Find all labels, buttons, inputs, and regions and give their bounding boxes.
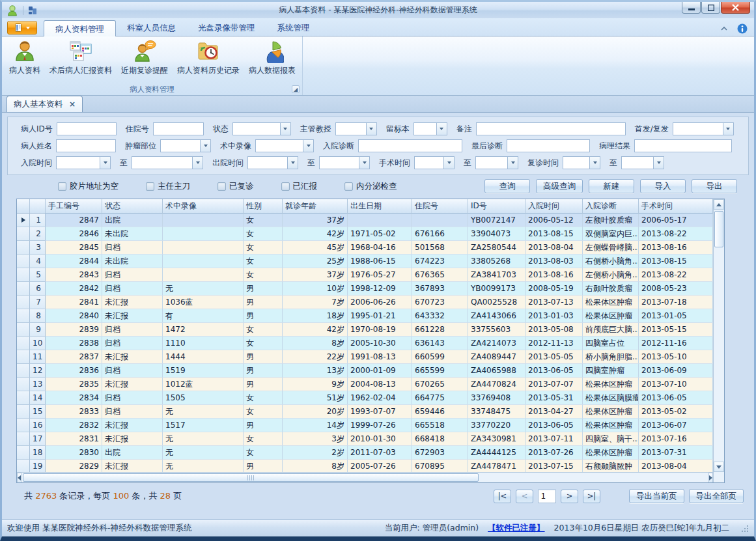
table-row[interactable]: 182830出院无女2岁2011-07-03672903ZA4444125201… xyxy=(17,446,713,460)
app-menu-button[interactable] xyxy=(7,21,37,35)
vertical-scrollbar[interactable] xyxy=(713,199,724,482)
discharge-date-from-combo[interactable] xyxy=(247,156,298,169)
chevron-down-icon[interactable] xyxy=(653,157,664,169)
chevron-down-icon[interactable] xyxy=(507,157,518,169)
remark-input[interactable] xyxy=(476,122,626,135)
ribbon-button-history-records[interactable]: 病人资料历史记录 xyxy=(173,38,244,83)
window-layout-icon[interactable] xyxy=(26,4,39,17)
close-button[interactable] xyxy=(721,2,750,14)
chevron-down-icon[interactable] xyxy=(436,123,447,135)
revisit-date-from-combo[interactable] xyxy=(563,156,600,169)
collapse-ribbon-icon[interactable] xyxy=(720,26,728,31)
tumor-site-combo[interactable] xyxy=(160,139,211,152)
ribbon-tab-2[interactable]: 科室人员信息 xyxy=(116,20,187,36)
admission-date-from-combo[interactable] xyxy=(56,156,111,169)
horizontal-scrollbar[interactable] xyxy=(17,472,713,482)
column-header[interactable]: 出生日期 xyxy=(348,199,412,214)
column-header[interactable]: 入院诊断 xyxy=(583,199,639,214)
tab-close-icon[interactable]: × xyxy=(69,100,76,108)
status-combo[interactable] xyxy=(232,122,291,135)
final-diagnosis-input[interactable] xyxy=(507,139,590,152)
prev-page-button[interactable]: < xyxy=(516,490,533,503)
resize-grip[interactable] xyxy=(741,525,749,533)
scroll-left-icon[interactable] xyxy=(17,473,21,482)
table-row[interactable]: 62842归档无男10岁1998-12-09367893YB0099173200… xyxy=(17,282,713,296)
admission-diagnosis-input[interactable] xyxy=(358,139,462,152)
chevron-down-icon[interactable] xyxy=(280,123,290,135)
table-row[interactable]: 132835未汇报1012蓝男9岁2004-08-13670265ZA44708… xyxy=(17,378,713,391)
vertical-scroll-thumb[interactable] xyxy=(714,211,723,247)
chevron-down-icon[interactable] xyxy=(100,157,110,169)
column-header[interactable]: 性别 xyxy=(244,199,283,214)
chevron-down-icon[interactable] xyxy=(192,157,203,169)
minimize-button[interactable] xyxy=(682,2,701,14)
last-page-button[interactable]: >| xyxy=(583,490,600,503)
table-row[interactable]: 72841未汇报1036蓝男7岁2006-06-26670723QA002552… xyxy=(17,296,713,309)
ribbon-tab-3[interactable]: 光盘录像带管理 xyxy=(187,20,266,36)
specimen-combo[interactable] xyxy=(413,122,447,135)
new-button[interactable]: 新建 xyxy=(589,179,634,193)
first-recurrence-combo[interactable] xyxy=(673,122,734,135)
scroll-down-icon[interactable] xyxy=(714,462,724,472)
document-tab-patient-basic-info[interactable]: 病人基本资料 × xyxy=(7,96,83,112)
chevron-down-icon[interactable] xyxy=(287,157,298,169)
chevron-down-icon[interactable] xyxy=(200,140,210,152)
ribbon-tab-4[interactable]: 系统管理 xyxy=(266,20,321,36)
advanced-query-button[interactable]: 高级查询 xyxy=(536,179,583,193)
next-page-button[interactable]: > xyxy=(561,490,578,503)
export-button[interactable]: 导出 xyxy=(692,179,737,193)
ribbon-tab-1[interactable]: 病人资料管理 xyxy=(44,20,116,36)
column-header[interactable]: 就诊年龄 xyxy=(283,199,348,214)
page-number-input[interactable] xyxy=(538,490,556,503)
checkbox-revisited[interactable]: 已复诊 xyxy=(217,181,254,192)
chevron-down-icon[interactable] xyxy=(589,157,600,169)
discharge-date-to-combo[interactable] xyxy=(319,156,370,169)
surgery-video-combo[interactable] xyxy=(255,139,314,152)
chevron-down-icon[interactable] xyxy=(359,157,369,169)
pathology-result-input[interactable] xyxy=(634,139,732,152)
checkbox-chief-surgeon[interactable]: 主任主刀 xyxy=(146,181,190,192)
vertical-scroll-track[interactable] xyxy=(714,249,724,462)
table-row[interactable]: 52843归档女37岁1976-05-27676365ZA38417032013… xyxy=(17,268,713,282)
column-header[interactable]: ID号 xyxy=(468,199,525,214)
scroll-up-icon[interactable] xyxy=(714,199,724,210)
table-row[interactable]: 172831未汇报无女3岁2010-01-30668418ZA343098120… xyxy=(17,432,713,446)
chevron-down-icon[interactable] xyxy=(723,123,733,135)
checkbox-reported[interactable]: 已汇报 xyxy=(281,181,318,192)
table-row[interactable]: 92839归档1472女42岁1970-08-19661228337556032… xyxy=(17,323,713,337)
column-header[interactable]: 住院号 xyxy=(412,199,468,214)
column-header[interactable]: 入院时间 xyxy=(525,199,583,214)
horizontal-scroll-track[interactable] xyxy=(480,473,708,482)
query-button[interactable]: 查询 xyxy=(484,179,530,193)
column-header[interactable] xyxy=(17,199,30,214)
table-row[interactable]: 12847出院女37岁YB00721472006-05-12左额叶胶质瘤2006… xyxy=(17,214,713,227)
ribbon-button-patient-data[interactable]: 病人资料 xyxy=(5,38,45,83)
table-row[interactable]: 32845归档女45岁1968-04-16501568ZA25805442013… xyxy=(17,241,713,255)
table-row[interactable]: 142834归档1505女51岁1962-02-0466477533769408… xyxy=(17,391,713,405)
patient-name-input[interactable] xyxy=(56,139,116,152)
column-header[interactable] xyxy=(30,199,46,214)
table-row[interactable]: 162832未汇报1517男14岁1999-07-266655183377022… xyxy=(17,419,713,432)
checkbox-film-address-empty[interactable]: 胶片地址为空 xyxy=(58,181,119,192)
table-row[interactable]: 152833归档无女20岁1993-07-0765944633748475201… xyxy=(17,405,713,419)
table-row[interactable]: 102838归档1110女8岁2005-10-30636143ZA4214073… xyxy=(17,337,713,350)
ribbon-button-postop-report[interactable]: 术后病人汇报资料 xyxy=(45,38,117,83)
export-current-page-button[interactable]: 导出当前页 xyxy=(629,489,684,503)
maximize-button[interactable] xyxy=(701,2,720,14)
dialog-launcher-icon[interactable]: ◢ xyxy=(292,85,300,93)
surgery-date-to-combo[interactable] xyxy=(475,156,518,169)
info-icon[interactable] xyxy=(737,23,748,34)
admission-date-to-combo[interactable] xyxy=(132,156,203,169)
chevron-down-icon[interactable] xyxy=(443,157,454,169)
column-header[interactable]: 术中录像 xyxy=(163,199,244,214)
inpatient-no-input[interactable] xyxy=(153,122,204,135)
table-row[interactable]: 22846未出院女42岁1971-05-02676166339040732013… xyxy=(17,227,713,241)
license-link[interactable]: 【软件已注册】 xyxy=(488,523,545,534)
table-row[interactable]: 42844未出院女25岁1988-06-15674223338052682013… xyxy=(17,255,713,268)
scroll-right-icon[interactable] xyxy=(708,473,713,482)
column-header[interactable]: 手工编号 xyxy=(46,199,102,214)
table-row[interactable]: 112837未汇报1444男22岁1991-08-13660599ZA40894… xyxy=(17,350,713,364)
table-row[interactable]: 122836归档1519男13岁2000-01-09665599ZA406598… xyxy=(17,364,713,378)
patient-id-input[interactable] xyxy=(57,122,117,135)
professor-combo[interactable] xyxy=(335,122,377,135)
